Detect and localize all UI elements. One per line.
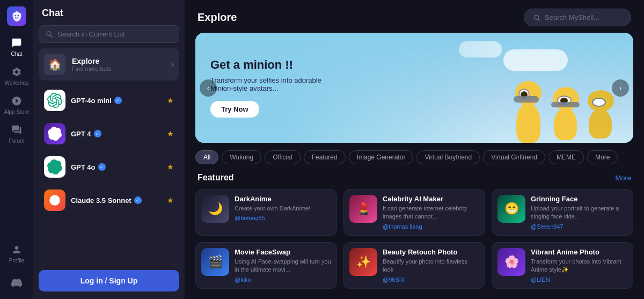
filter-tabs: AllWukongOfficialFeaturedImage Generator… — [185, 150, 644, 171]
banner-cta-button[interactable]: Try Now — [210, 101, 259, 118]
bot-avatar-gpt4 — [44, 123, 65, 144]
bots-grid: 🌙 DarkAnime Create your own DarkAnime! @… — [185, 189, 644, 297]
bot-avatar-gpt4o — [44, 156, 65, 178]
rocket-icon — [10, 94, 23, 107]
bot-card-author: @kiko — [235, 276, 331, 283]
filter-tab-more[interactable]: More — [587, 150, 618, 164]
bot-name-row: GPT-4o mini ✓ — [71, 97, 162, 105]
bot-card-vibrant-anime[interactable]: 🌸 Vibrant Anime Photo Transform your pho… — [492, 242, 633, 289]
bot-card-name: Beauty Retouch Photo — [383, 248, 479, 256]
chevron-right-icon: › — [171, 60, 174, 69]
filter-tab-wukong[interactable]: Wukong — [222, 150, 261, 164]
bot-card-author: @thomas liang — [383, 223, 479, 230]
bot-card-info: DarkAnime Create your own DarkAnime! @bo… — [235, 195, 331, 230]
forum-icon — [10, 123, 23, 136]
banner-subtitle: Transform your selfies into adorable Min… — [210, 76, 328, 92]
bot-card-avatar: 💄 — [349, 195, 377, 223]
filter-tab-all[interactable]: All — [195, 150, 218, 164]
sidebar-item-forum[interactable]: Forum — [2, 120, 32, 147]
bot-card-dark-anime[interactable]: 🌙 DarkAnime Create your own DarkAnime! @… — [195, 189, 337, 236]
login-button[interactable]: Log in / Sign Up — [39, 270, 179, 291]
sidebar-item-chat[interactable]: Chat — [2, 33, 32, 60]
bot-card-celebrity-ai[interactable]: 💄 Celebrity AI Maker It can generate int… — [343, 189, 485, 236]
workshop-nav-label: Workshop — [5, 80, 29, 86]
bot-name: GPT 4o — [71, 163, 96, 171]
bot-card-avatar: 🌸 — [497, 248, 525, 276]
search-placeholder: Search in Current List — [57, 30, 125, 38]
verified-icon: ✓ — [114, 97, 122, 104]
explore-title: Explore — [72, 57, 165, 65]
page-title: Explore — [197, 11, 237, 24]
sidebar-search[interactable]: Search in Current List — [39, 25, 179, 43]
svg-point-1 — [17, 15, 19, 17]
chat-sidebar: Chat Search in Current List 🏠 Explore Fi… — [33, 0, 185, 299]
bot-name: GPT-4o mini — [71, 97, 112, 105]
bot-item-gpt4o[interactable]: GPT 4o ✓ ★ — [39, 151, 179, 183]
global-search-placeholder: Search MyShell... — [545, 13, 599, 21]
profile-nav-label: Profile — [9, 258, 24, 264]
star-icon: ★ — [167, 129, 174, 138]
filter-tab-official[interactable]: Official — [265, 150, 300, 164]
bot-card-info: Grinning Face Upload your portrait to ge… — [531, 195, 627, 230]
global-search[interactable]: Search MyShell... — [524, 9, 631, 26]
banner-content: Get a minion !! Transform your selfies i… — [195, 33, 343, 143]
explore-icon: 🏠 — [44, 54, 65, 75]
verified-icon: ✓ — [94, 130, 101, 137]
bot-card-grinning-face[interactable]: 😁 Grinning Face Upload your portrait to … — [492, 189, 633, 236]
icon-rail: Chat Workshop Alpp Store Forum — [0, 0, 33, 299]
bot-card-desc: Beautify your photo into flawless look — [383, 258, 479, 274]
bot-item-gpt4[interactable]: GPT 4 ✓ ★ — [39, 118, 179, 149]
bot-name-row: GPT 4o ✓ — [71, 163, 162, 171]
chat-nav-label: Chat — [11, 51, 22, 57]
banner-next-button[interactable]: › — [612, 79, 629, 97]
bot-name: GPT 4 — [71, 130, 91, 138]
hero-banner: Get a minion !! Transform your selfies i… — [195, 33, 633, 143]
filter-tab-vgirlfriend[interactable]: Virtual Girlfriend — [483, 150, 545, 164]
chat-icon — [10, 37, 23, 49]
bot-card-desc: Transform your photos into Vibrant Anime… — [531, 258, 627, 274]
main-content: Explore Search MyShell... — [185, 0, 644, 299]
main-header: Explore Search MyShell... — [185, 0, 644, 33]
bot-card-movie-faceswap[interactable]: 🎬 Movie FaceSwap Using AI Face-swapping … — [195, 242, 337, 289]
workshop-icon — [10, 65, 23, 78]
bot-card-info: Vibrant Anime Photo Transform your photo… — [531, 248, 627, 283]
bot-card-name: Celebrity AI Maker — [383, 195, 479, 203]
bot-card-avatar: 🎬 — [201, 248, 229, 276]
bot-card-name: Grinning Face — [531, 195, 627, 203]
star-icon: ★ — [167, 163, 174, 171]
featured-section-header: Featured More — [185, 171, 644, 189]
filter-tab-featured[interactable]: Featured — [304, 150, 346, 164]
bot-name-row: Claude 3.5 Sonnet ✓ — [71, 196, 162, 205]
app-store-nav-label: Alpp Store — [4, 109, 30, 115]
star-icon: ★ — [167, 96, 174, 105]
svg-point-0 — [14, 15, 16, 17]
filter-tab-vboyfriend[interactable]: Virtual Boyfriend — [416, 150, 480, 164]
search-icon — [533, 14, 540, 21]
sidebar-item-profile[interactable]: Profile — [2, 240, 32, 267]
verified-icon: ✓ — [134, 196, 142, 204]
bot-card-beauty-retouch[interactable]: ✨ Beauty Retouch Photo Beautify your pho… — [343, 242, 485, 289]
svg-point-3 — [534, 15, 538, 19]
banner-prev-button[interactable]: ‹ — [200, 79, 217, 97]
explore-item[interactable]: 🏠 Explore Find more bots › — [39, 48, 179, 81]
bot-card-avatar: 😁 — [497, 195, 525, 223]
verified-icon: ✓ — [98, 163, 106, 171]
bot-item-gpt4o-mini[interactable]: GPT-4o mini ✓ ★ — [39, 85, 179, 116]
bot-card-avatar: 🌙 — [201, 195, 229, 223]
bot-card-author: @96SIX — [383, 276, 479, 283]
sidebar-title: Chat — [39, 8, 179, 25]
bot-card-author: @bofeng55 — [235, 215, 331, 221]
filter-tab-image-gen[interactable]: Image Generator — [349, 150, 414, 164]
filter-tab-meme[interactable]: MEME — [548, 150, 584, 164]
forum-nav-label: Forum — [9, 138, 25, 144]
sidebar-item-app-store[interactable]: Alpp Store — [2, 91, 32, 118]
featured-title: Featured — [197, 173, 234, 183]
bot-name-row: GPT 4 ✓ — [71, 130, 162, 138]
bot-card-author: @Seven947 — [531, 223, 627, 230]
sidebar-item-workshop[interactable]: Workshop — [2, 62, 32, 89]
banner-title: Get a minion !! — [210, 58, 328, 72]
featured-more-link[interactable]: More — [615, 174, 631, 182]
profile-icon — [10, 243, 23, 256]
discord-button[interactable] — [2, 273, 32, 293]
bot-item-claude[interactable]: Claude 3.5 Sonnet ✓ ★ — [39, 185, 179, 216]
